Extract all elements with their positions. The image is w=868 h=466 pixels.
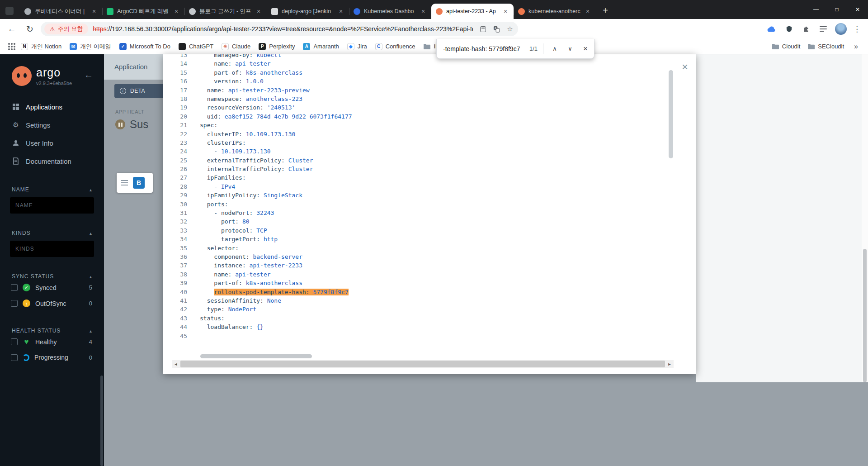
panel-horizontal-scrollbar-thumb[interactable]: [180, 361, 665, 367]
profile-avatar[interactable]: [835, 23, 847, 35]
resource-tree-card[interactable]: B: [117, 173, 153, 193]
find-close-icon[interactable]: ×: [580, 43, 591, 55]
healthy-heart-icon: ♥: [23, 338, 30, 346]
healthy-checkbox[interactable]: [11, 338, 18, 345]
refresh-button[interactable]: ↻: [23, 22, 37, 36]
progressing-label: Progressing: [34, 354, 68, 361]
extensions-puzzle-icon[interactable]: [801, 24, 811, 34]
filter-row-healthy[interactable]: ♥ Healthy 4: [0, 334, 104, 350]
browser-vertical-scrollbar[interactable]: [862, 54, 868, 382]
browser-tab[interactable]: 쿠버네티스 어너더 |×: [20, 4, 102, 19]
filter-row-progressing[interactable]: Progressing 0: [0, 350, 104, 365]
editor-vertical-scrollbar-thumb[interactable]: [669, 70, 673, 158]
synced-checkbox[interactable]: [11, 284, 18, 291]
tab-close-icon[interactable]: ×: [255, 8, 262, 15]
tab-close-icon[interactable]: ×: [173, 8, 180, 15]
yaml-line: 19 resourceVersion: '240513': [163, 103, 674, 112]
bookmark-item[interactable]: N개인 Notion: [17, 41, 65, 52]
sidebar-scrollbar-thumb[interactable]: [100, 376, 103, 466]
line-content: - nodePort: 32243: [187, 209, 274, 217]
tab-close-icon[interactable]: ×: [337, 8, 344, 15]
bookmark-folder[interactable]: Cloudit: [768, 41, 804, 52]
browser-tab[interactable]: kubernetes-anotherc×: [514, 4, 596, 19]
tab-close-icon[interactable]: ×: [90, 8, 98, 15]
cloud-sync-icon[interactable]: [766, 24, 777, 34]
sidebar-item-settings[interactable]: ⚙ Settings: [0, 116, 104, 134]
filter-row-outofsync[interactable]: ↑ OutOfSync 0: [0, 295, 104, 311]
find-input[interactable]: [443, 45, 526, 52]
browser-tab[interactable]: Kubernetes Dashbo×: [349, 4, 431, 19]
tab-search-icon[interactable]: [5, 7, 14, 15]
shield-extension-icon[interactable]: [783, 24, 794, 34]
bookmark-item[interactable]: CConfluence: [372, 41, 419, 52]
minimize-button[interactable]: —: [806, 0, 826, 19]
sidebar-collapse-icon[interactable]: ←: [84, 70, 93, 80]
bookmark-item[interactable]: ChatGPT: [175, 41, 217, 52]
bookmark-item[interactable]: ✓Microsoft To Do: [116, 41, 174, 52]
browser-tab[interactable]: ArgoCD 빠르게 레벨×: [102, 4, 184, 19]
apps-grid-icon[interactable]: [8, 46, 10, 48]
yaml-line: 44 loadBalancer: {}: [163, 323, 674, 331]
tab-close-icon[interactable]: ×: [420, 8, 427, 15]
editor-horizontal-scrollbar-thumb[interactable]: [200, 354, 312, 358]
browser-vertical-scrollbar-thumb[interactable]: [863, 249, 867, 382]
reading-list-icon[interactable]: [818, 24, 829, 34]
bookmark-item[interactable]: ✉개인 이메일: [66, 41, 115, 52]
filter-sync-header[interactable]: SYNC STATUS ▴: [0, 273, 104, 280]
back-button[interactable]: ←: [5, 22, 19, 36]
outofsync-checkbox[interactable]: [11, 300, 18, 307]
sidebar-item-label: Applications: [26, 103, 62, 111]
kinds-filter-input[interactable]: [10, 241, 94, 257]
yaml-line: 35 selector:: [163, 244, 674, 252]
tab-close-icon[interactable]: ×: [584, 8, 591, 15]
tab-favicon: [436, 8, 443, 15]
line-content: name: api-tester: [187, 59, 271, 68]
line-tokens: part-of: k8s-anotherclass: [214, 69, 302, 76]
progressing-checkbox[interactable]: [11, 354, 18, 361]
browser-menu-icon[interactable]: ⋮: [853, 24, 861, 34]
translate-icon[interactable]: A: [491, 24, 502, 34]
tab-close-icon[interactable]: ×: [502, 8, 509, 15]
filter-health-header[interactable]: HEALTH STATUS ▴: [0, 328, 104, 334]
browser-tab[interactable]: deploy-argo [Jenkin×: [267, 4, 349, 19]
filter-name-header[interactable]: NAME ▴: [0, 186, 104, 193]
bookmark-folder[interactable]: SECloudit: [804, 41, 848, 52]
name-filter-input[interactable]: [10, 197, 94, 214]
browser-tab[interactable]: api-tester-2233 - Ap×: [431, 4, 514, 19]
browser-tab[interactable]: 블로그 글쓰기 - 인프×: [184, 4, 267, 19]
url-bar[interactable]: ⚠ 주의 요함 https://192.168.56.30:30002/appl…: [41, 22, 518, 36]
line-tokens: resourceVersion: '240513': [207, 104, 296, 111]
line-tokens: version: 1.0.0: [214, 78, 264, 85]
sidebar-item-applications[interactable]: Applications: [0, 98, 104, 116]
filter-row-synced[interactable]: ✓ Synced 5: [0, 280, 104, 295]
yaml-editor[interactable]: 13 managed-by: kubectl14 name: api-teste…: [163, 54, 674, 354]
security-warning-badge[interactable]: ⚠ 주의 요함: [44, 24, 88, 34]
sidebar-item-documentation[interactable]: Documentation: [0, 152, 104, 170]
bookmark-item[interactable]: ◆Jira: [344, 41, 371, 52]
applications-grid-icon: [12, 103, 20, 111]
scroll-left-arrow-icon[interactable]: ◄: [172, 360, 180, 368]
bookmark-favicon: ✳: [222, 43, 229, 50]
bookmark-star-icon[interactable]: ☆: [505, 24, 515, 34]
find-next-icon[interactable]: ∨: [564, 43, 576, 55]
scroll-right-arrow-icon[interactable]: ►: [665, 360, 674, 368]
panel-close-icon[interactable]: ×: [682, 62, 688, 72]
bookmark-item[interactable]: AAmaranth: [299, 41, 342, 52]
reader-mode-icon[interactable]: [477, 24, 488, 34]
argo-version: v2.9.3+6eba5be: [36, 81, 72, 86]
sidebar-item-user-info[interactable]: User Info: [0, 134, 104, 152]
new-tab-button[interactable]: +: [599, 4, 612, 17]
bookmark-favicon: N: [21, 43, 28, 50]
bookmark-favicon: ✓: [119, 43, 127, 50]
bookmarks-overflow-icon[interactable]: »: [849, 43, 863, 51]
bookmark-item[interactable]: PPerplexity: [255, 41, 298, 52]
filter-kinds-header[interactable]: KINDS ▴: [0, 230, 104, 236]
bookmark-item[interactable]: ✳Claude: [218, 41, 254, 52]
line-content: - 10.109.173.130: [187, 147, 271, 156]
window-close-button[interactable]: ✕: [847, 0, 868, 19]
panel-horizontal-scrollbar[interactable]: ◄ ►: [172, 360, 674, 368]
bookmark-favicon: ◆: [347, 43, 354, 50]
find-previous-icon[interactable]: ∧: [549, 43, 561, 55]
maximize-button[interactable]: □: [826, 0, 847, 19]
line-content: clusterIP: 10.109.173.130: [187, 130, 295, 138]
